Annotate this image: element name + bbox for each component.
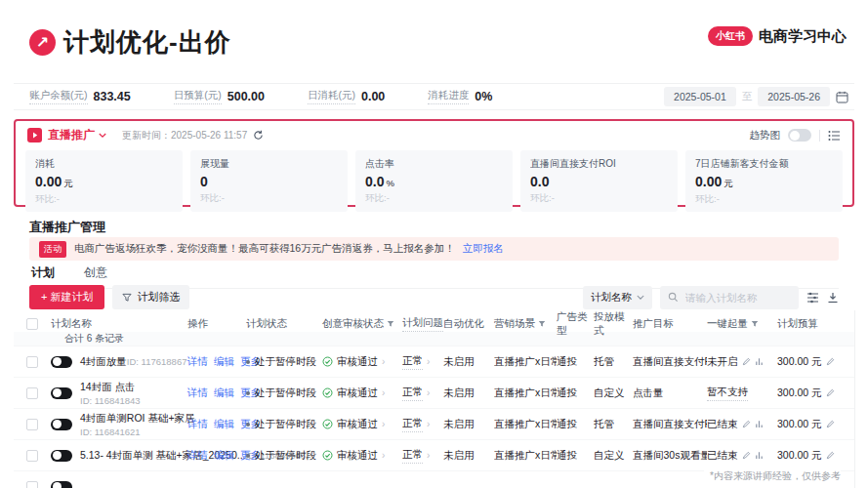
plan-enable-toggle[interactable] (51, 481, 72, 488)
col-plan-issue: 计划问题 (402, 316, 443, 332)
col-promo-goal: 推广目标 (633, 317, 674, 331)
plan-id: ID: 116841621 (80, 427, 141, 437)
row-checkbox[interactable] (26, 387, 38, 399)
stat-label: 消耗进度 (428, 89, 469, 104)
chevron-right-icon[interactable]: › (427, 450, 430, 461)
plan-enable-toggle[interactable] (51, 356, 72, 368)
plan-enable-toggle[interactable] (51, 387, 72, 399)
edit-pencil-icon[interactable] (742, 357, 751, 366)
filter-icon[interactable] (538, 320, 546, 328)
live-promo-icon (27, 128, 42, 142)
search-field-select[interactable]: 计划名称 (583, 286, 652, 309)
metric-value: 0.0 (530, 174, 549, 189)
delivery-mode: 自定义 (594, 386, 633, 400)
plan-enable-toggle[interactable] (51, 450, 72, 462)
brand-name: 电商学习中心 (759, 27, 847, 46)
chart-bars-icon[interactable] (755, 357, 764, 366)
edit-link[interactable]: 编辑 (214, 449, 234, 463)
search-input[interactable] (683, 291, 789, 305)
stat-account-balance: 账户余额(元) 833.45 (29, 89, 131, 104)
refresh-icon[interactable] (253, 130, 264, 141)
row-checkbox[interactable] (26, 419, 38, 430)
stat-label: 日消耗(元) (308, 89, 355, 104)
new-plan-button[interactable]: + 新建计划 (29, 285, 104, 309)
promo-banner: 活动 电商广告返场狂欢季，宠你没商量！最高可获得16万元广告消返券，马上报名参加… (29, 237, 839, 261)
calendar-icon[interactable] (836, 91, 848, 103)
plan-name: 4封面放量 (80, 355, 127, 367)
chevron-right-icon[interactable]: › (382, 450, 385, 461)
edit-link[interactable]: 编辑 (214, 386, 234, 400)
promo-goal: 直播间直接支付ROI (633, 355, 707, 369)
updated-time: 更新时间：2025-05-26 11:57 (122, 129, 247, 142)
chart-bars-icon[interactable] (755, 420, 764, 428)
pinned-column-divider (854, 310, 855, 488)
metric-value: 0 (200, 174, 208, 189)
detail-link[interactable]: 详情 (187, 386, 208, 400)
audit-status: 审核通过 (337, 355, 378, 369)
status-dot (246, 391, 250, 395)
edit-pencil-icon[interactable] (742, 420, 751, 428)
marketing-scene: 直播推广x日常销售 (494, 449, 557, 463)
edit-pencil-icon[interactable] (742, 451, 751, 460)
xiaohongshu-badge: 小红书 (708, 26, 753, 46)
filter-icon[interactable] (751, 320, 759, 328)
ad-type: 通投 (557, 355, 594, 369)
promo-type-selector[interactable]: 直播推广 (48, 127, 106, 143)
chevron-right-icon[interactable]: › (382, 387, 385, 398)
metric-compare: 环比:- (365, 192, 503, 205)
col-plan-status: 计划状态 (246, 317, 287, 331)
boost-status: 已结束 (707, 449, 738, 463)
stat-label: 日预算(元) (174, 89, 222, 104)
row-checkbox[interactable] (26, 481, 38, 488)
chevron-right-icon[interactable]: › (427, 387, 430, 398)
edit-pencil-icon[interactable] (826, 420, 835, 428)
select-all-checkbox[interactable] (26, 318, 38, 330)
chevron-right-icon[interactable]: › (427, 419, 430, 429)
metric-label: 点击率 (365, 157, 503, 171)
stat-daily-spend: 日消耗(元) 0.00 (308, 89, 385, 104)
table-summary-row: 合计 6 条记录 (14, 332, 854, 346)
ad-type: 通投 (557, 418, 594, 431)
detail-link[interactable]: 详情 (187, 355, 208, 369)
edit-pencil-icon[interactable] (826, 451, 835, 460)
chevron-right-icon[interactable]: › (382, 419, 385, 429)
trend-chart-toggle[interactable] (788, 129, 811, 142)
audit-status: 审核通过 (337, 418, 378, 431)
plan-filter-label: 计划筛选 (137, 290, 180, 305)
signup-link[interactable]: 立即报名 (463, 242, 504, 256)
col-delivery-mode: 投放模式 (594, 310, 633, 338)
live-promo-overview-panel: 直播推广 更新时间：2025-05-26 11:57 趋势图 消耗 0.00元 … (14, 119, 854, 207)
audit-status: 审核通过 (337, 386, 378, 400)
detail-link[interactable]: 详情 (187, 449, 208, 463)
filter-icon[interactable] (387, 320, 394, 328)
stat-label: 账户余额(元) (29, 89, 88, 104)
metric-card-roi: 直播间直接支付ROI 0.0 环比:- (520, 150, 678, 212)
chart-bars-icon[interactable] (755, 451, 764, 460)
edit-link[interactable]: 编辑 (214, 355, 234, 369)
metric-compare: 环比:- (695, 193, 833, 206)
plan-filter-button[interactable]: 计划筛选 (112, 285, 189, 309)
download-icon[interactable] (827, 292, 839, 304)
brand-logo: 小红书 电商学习中心 (708, 26, 847, 46)
row-checkbox[interactable] (26, 450, 38, 462)
row-checkbox[interactable] (26, 356, 38, 368)
edit-link[interactable]: 编辑 (214, 418, 234, 431)
list-view-icon[interactable] (828, 130, 841, 142)
chevron-right-icon[interactable]: › (427, 356, 430, 367)
detail-link[interactable]: 详情 (187, 418, 208, 431)
column-settings-icon[interactable] (806, 292, 819, 304)
edit-pencil-icon[interactable] (826, 357, 835, 366)
date-start-input[interactable]: 2025-05-01 (664, 87, 736, 106)
screen: ↗ 计划优化-出价 小红书 电商学习中心 账户余额(元) 833.45 日预算(… (0, 0, 868, 488)
disclaimer-footnote: *内容来源讲师经验，仅供参考 (704, 469, 841, 483)
date-end-input[interactable]: 2025-05-26 (758, 87, 830, 106)
plan-enable-toggle[interactable] (51, 419, 72, 430)
metric-card-spend: 消耗 0.00元 环比:- (25, 150, 183, 212)
edit-pencil-icon[interactable] (826, 388, 835, 397)
metric-value: 0.0 (365, 174, 384, 189)
promo-goal: 点击量 (633, 386, 707, 400)
overview-header: 直播推广 更新时间：2025-05-26 11:57 趋势图 (16, 121, 852, 148)
plan-budget: 300.00 元 (777, 386, 822, 400)
chevron-right-icon[interactable]: › (382, 356, 385, 367)
metric-unit: 元 (723, 178, 733, 188)
